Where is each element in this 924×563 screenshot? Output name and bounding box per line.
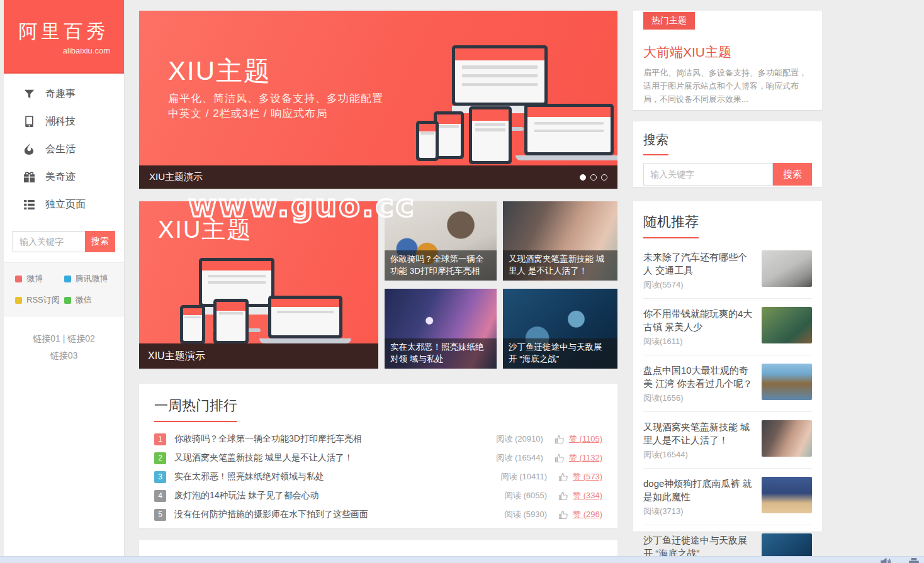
- read-count: 阅读 (5930): [505, 509, 547, 520]
- device-tablet: [469, 106, 512, 164]
- search-input[interactable]: [643, 163, 773, 186]
- nav-label: 美奇迹: [45, 170, 76, 184]
- promo-caption: XIU主题演示: [139, 343, 378, 369]
- social-wechat[interactable]: 微信: [64, 294, 113, 306]
- hot-item-title[interactable]: 又现酒窝夹笔盖新技能 城里人是不让人活了！: [174, 452, 353, 464]
- hot-theme-card: 热门主题 大前端XIU主题 扁平化、简洁风、多设备支持、多功能配置，适用于图片展…: [633, 11, 822, 110]
- friend-links-row2[interactable]: 链接03: [50, 350, 78, 360]
- recommend-title: 未来除了汽车还有哪些个人 交通工具: [643, 250, 755, 277]
- search-heading: 搜索: [643, 131, 668, 155]
- thumbs-up-icon: [555, 435, 564, 444]
- read-count: 阅读 (20910): [496, 433, 543, 445]
- search-button[interactable]: 搜索: [773, 163, 812, 186]
- nav-label: 奇趣事: [45, 87, 76, 101]
- hot-theme-badge[interactable]: 热门主题: [643, 12, 695, 30]
- sidebar-item-dulipage[interactable]: 独立页面: [4, 191, 124, 218]
- hot-theme-title[interactable]: 大前端XIU主题: [643, 43, 731, 61]
- sidebar-search-button[interactable]: 搜索: [85, 231, 115, 252]
- slider-dots: [580, 174, 607, 181]
- hot-item-title[interactable]: 没有任何防护措施的摄影师在水下拍到了这些画面: [174, 509, 368, 520]
- slider-dot-1[interactable]: [580, 174, 586, 181]
- recommend-thumbnail: [762, 307, 812, 343]
- device-laptop: [524, 104, 614, 160]
- mobile-icon: [23, 115, 35, 128]
- hot-row: 4 废灯泡的14种玩法 妹子见了都会心动 阅读 (6055) 赞 (334): [154, 486, 602, 505]
- like-link[interactable]: 赞 (296): [573, 509, 602, 520]
- recommend-heading: 随机推荐: [643, 213, 699, 238]
- sidebar: 阿里百秀 alibaixiu.com 奇趣事 潮科技 会生活: [4, 0, 124, 556]
- promo-title: XIU主题: [158, 214, 252, 246]
- recommend-thumbnail: [762, 364, 812, 400]
- friend-links-row1[interactable]: 链接01 | 链接02: [33, 333, 95, 343]
- rank-badge: 5: [154, 509, 166, 521]
- device-tablet-small2: [213, 299, 249, 344]
- thumbs-up-icon: [558, 510, 568, 520]
- recommend-item[interactable]: 盘点中国10大最壮观的奇美 江湾 你去看过几个呢？ 阅读(1656): [643, 355, 812, 412]
- recommend-thumbnail: [762, 250, 812, 287]
- sidebar-item-qiqushi[interactable]: 奇趣事: [4, 80, 124, 108]
- article-card-title: 你敢骑吗？全球第一辆全功能 3D打印摩托车亮相: [385, 250, 497, 281]
- nav-label: 会生活: [45, 143, 76, 156]
- social-tencent-weibo[interactable]: 腾讯微博: [64, 273, 113, 284]
- fire-icon: [23, 143, 35, 155]
- article-card-fish[interactable]: 沙丁鱼迁徙途中与天敌展 开 “海底之战”: [503, 289, 617, 369]
- sidebar-item-meiqiji[interactable]: 美奇迹: [4, 163, 124, 191]
- social-weibo[interactable]: 微博: [15, 273, 64, 284]
- hot-item-title[interactable]: 实在太邪恶！照亮妹纸绝对领域与私处: [174, 471, 324, 482]
- volume-icon[interactable]: [880, 558, 891, 563]
- rss-icon: [15, 297, 22, 304]
- search-card: 搜索 搜索: [633, 121, 822, 187]
- article-card-title: 又现酒窝夹笔盖新技能 城里人 是不让人活了！: [503, 250, 617, 281]
- recommend-item[interactable]: doge神烦狗打底南瓜裤 就 是如此魔性 阅读(3713): [643, 469, 812, 525]
- printer-icon[interactable]: [909, 558, 919, 563]
- hero-slider[interactable]: XIU主题 扁平化、简洁风、多设备支持、多功能配置 中英文 / 2栏或3栏 / …: [139, 11, 617, 189]
- hero-caption-bar: XIU主题演示: [139, 165, 617, 189]
- social-label: 微博: [26, 273, 43, 284]
- recommend-reads: 阅读(1611): [643, 336, 755, 347]
- taskbar: [0, 556, 924, 563]
- site-title: 阿里百秀: [4, 19, 124, 45]
- promo-card[interactable]: XIU主题 XIU主题演示: [139, 201, 378, 369]
- device-phone: [416, 121, 439, 161]
- hot-item-title[interactable]: 你敢骑吗？全球第一辆全功能3D打印摩托车亮相: [174, 433, 362, 445]
- rank-badge: 2: [154, 452, 166, 464]
- sidebar-nav: 奇趣事 潮科技 会生活 美奇迹: [4, 74, 124, 218]
- slider-dot-3[interactable]: [601, 174, 607, 181]
- weekly-hot-heading: 一周热门排行: [154, 396, 237, 422]
- thumbs-up-icon: [555, 454, 564, 463]
- thumbs-up-icon: [558, 472, 568, 482]
- hero-title: XIU主题: [168, 53, 271, 89]
- nav-label: 独立页面: [45, 198, 86, 211]
- recommend-reads: 阅读(5574): [643, 279, 755, 291]
- filter-icon: [23, 87, 35, 100]
- article-card-neon[interactable]: 实在太邪恶！照亮妹纸绝对领 域与私处: [385, 289, 497, 369]
- article-card-selfie[interactable]: 又现酒窝夹笔盖新技能 城里人 是不让人活了！: [503, 201, 617, 281]
- rank-badge: 4: [154, 490, 166, 502]
- recommend-title: 又现酒窝夹笔盖新技能 城 里人是不让人活了！: [643, 420, 755, 447]
- sidebar-search: 搜索: [13, 231, 115, 252]
- recommend-item[interactable]: 又现酒窝夹笔盖新技能 城 里人是不让人活了！ 阅读(16544): [643, 412, 812, 469]
- like-link[interactable]: 赞 (573): [573, 471, 602, 482]
- social-label: 腾讯微博: [76, 273, 108, 284]
- article-card-moto[interactable]: 你敢骑吗？全球第一辆全功能 3D打印摩托车亮相: [385, 201, 497, 281]
- sidebar-item-huishenghuo[interactable]: 会生活: [4, 135, 124, 163]
- site-logo[interactable]: 阿里百秀 alibaixiu.com: [4, 0, 124, 74]
- like-link[interactable]: 赞 (1105): [569, 433, 602, 445]
- recommend-title: 你不用带钱就能玩爽的4大 古镇 景美人少: [643, 307, 755, 333]
- hot-theme-desc: 扁平化、简洁风、多设备支持、多功能配置，适用于图片展示站点和个人博客，响应式布局…: [643, 66, 813, 106]
- hero-caption[interactable]: XIU主题演示: [149, 171, 580, 183]
- hot-item-title[interactable]: 废灯泡的14种玩法 妹子见了都会心动: [174, 490, 318, 501]
- like-link[interactable]: 赞 (1132): [569, 452, 602, 464]
- sidebar-item-chaokeji[interactable]: 潮科技: [4, 108, 124, 135]
- device-laptop-small: [268, 296, 342, 343]
- weekly-hot-card: 一周热门排行 1 你敢骑吗？全球第一辆全功能3D打印摩托车亮相 阅读 (2091…: [139, 384, 617, 528]
- read-count: 阅读 (6055): [505, 490, 547, 501]
- recommend-card: 随机推荐 未来除了汽车还有哪些个人 交通工具 阅读(5574) 你不用带钱就能玩…: [633, 201, 822, 532]
- recommend-item[interactable]: 未来除了汽车还有哪些个人 交通工具 阅读(5574): [643, 242, 812, 299]
- recommend-item[interactable]: 你不用带钱就能玩爽的4大 古镇 景美人少 阅读(1611): [643, 299, 812, 355]
- like-link[interactable]: 赞 (334): [573, 490, 602, 501]
- sidebar-search-input[interactable]: [13, 231, 85, 252]
- hero-subtitle-2: 中英文 / 2栏或3栏 / 响应式布局: [168, 106, 327, 121]
- slider-dot-2[interactable]: [590, 174, 597, 181]
- social-rss[interactable]: RSS订阅: [15, 294, 64, 306]
